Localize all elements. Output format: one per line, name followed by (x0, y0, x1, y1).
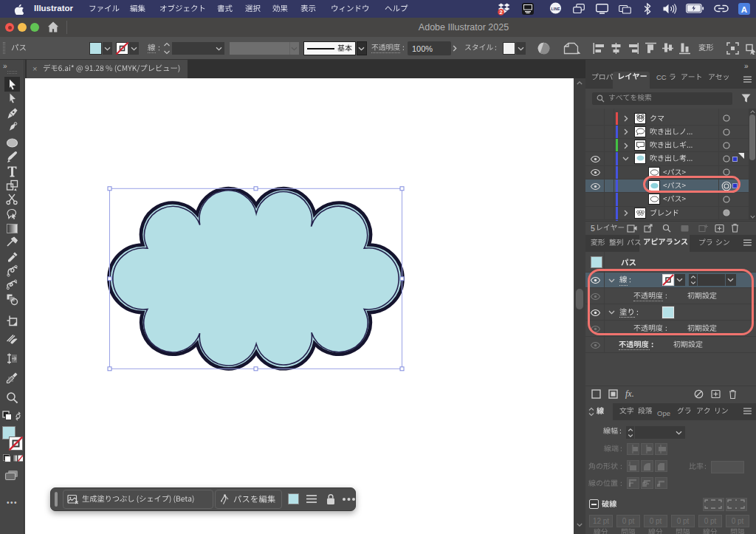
svg-text:A: A (741, 5, 747, 14)
svg-text:LINE: LINE (551, 7, 560, 11)
svg-text:2: 2 (500, 9, 503, 16)
